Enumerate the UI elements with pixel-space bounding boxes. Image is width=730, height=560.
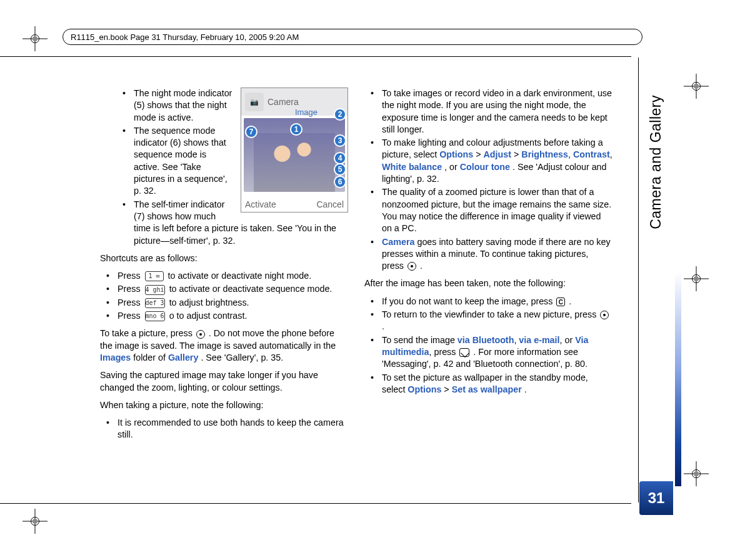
section-title: Camera and Gallery [646,95,666,229]
list-item: It is recommended to use both hands to k… [100,417,348,441]
registration-mark [26,512,44,530]
text: > [444,384,451,394]
text: , press [429,347,458,357]
link-camera: Camera [382,237,414,247]
list-item: To return to the viewfinder to take a ne… [364,309,612,333]
text: To take a picture, press [100,328,195,338]
indicator-list: The night mode indicator (5) shows that … [116,88,348,247]
paragraph: To take a picture, press . Do not move t… [100,328,348,364]
center-key-icon [408,262,416,271]
text: to adjust brightness. [169,298,249,308]
text: . [420,261,422,271]
text: . See 'Gallery', p. 35. [201,352,283,362]
list-item: To send the image via Bluetooth, via e-m… [364,334,612,371]
text: . [569,296,571,306]
text: . [382,321,384,331]
list-item: The quality of a zoomed picture is lower… [364,186,612,234]
key-6-icon: mno 6 [145,311,165,321]
link-via-bluetooth: via Bluetooth [458,335,514,345]
registration-mark [688,465,705,482]
text: Press [118,271,143,281]
list-item: If you do not want to keep the image, pr… [364,296,612,308]
link-options: Options [408,384,441,394]
text: Press [118,298,143,308]
list-item: Camera goes into battery saving mode if … [364,236,612,272]
text: To send the image [382,335,458,345]
link-set-as-wallpaper: Set as wallpaper [452,384,522,394]
page: R1115_en.book Page 31 Thursday, February… [0,0,730,560]
list-item: To set the picture as wallpaper in the s… [364,372,612,396]
link-options: Options [439,149,473,159]
link-gallery: Gallery [168,352,198,362]
key-3-icon: def 3 [145,298,165,308]
registration-mark [688,78,705,95]
key-1-icon: 1 ∞ [145,271,164,281]
text: If you do not want to keep the image, pr… [382,296,555,306]
center-key-icon [196,330,205,339]
text: folder of [133,352,168,362]
text: to activate or deactivate sequence mode. [169,284,332,294]
text: Press [118,311,143,321]
link-adjust: Adjust [484,149,511,159]
clear-key-icon: C [556,298,565,306]
text: > [514,149,521,159]
crop-rule-bottom [0,503,631,504]
text: . [524,384,527,394]
tips-list: It is recommended to use both hands to k… [100,417,348,441]
thumb-tab-gradient [675,58,681,486]
text: , [610,149,612,159]
text: , [568,149,573,159]
registration-mark [688,270,705,288]
list-item: To make lighting and colour adjustments … [364,137,612,185]
crop-header: R1115_en.book Page 31 Thursday, February… [62,29,642,45]
link-via-email: via e-mail [519,335,559,345]
sidebar: Camera and Gallery 31 [638,58,675,522]
list-item: The night mode indicator (5) shows that … [116,88,348,124]
shortcuts-list: Press 1 ∞ to activate or deactivate nigh… [100,270,348,322]
link-brightness: Brightness [521,149,568,159]
list-item: The self-timer indicator (7) shows how m… [116,199,348,247]
key-4-icon: 4 ghi [145,285,165,295]
page-number-box: 31 [639,481,673,515]
paragraph: Saving the captured image may take longe… [100,369,348,394]
text: To return to the viewfinder to take a ne… [382,309,599,319]
text: o to adjust contrast. [169,311,248,321]
link-contrast: Contrast [573,149,610,159]
list-item: To take images or record video in a dark… [364,88,612,136]
crop-rule-top [0,56,631,57]
pen-key-icon [459,348,469,357]
link-colour-tone: Colour tone [460,162,510,172]
page-number: 31 [648,488,665,508]
list-item: Press 1 ∞ to activate or deactivate nigh… [100,270,348,282]
list-item: Press mno 6 o to adjust contrast. [100,310,348,322]
text: to activate or deactivate night mode. [168,271,312,281]
list-item: Press 4 ghi to activate or deactivate se… [100,283,348,295]
link-images: Images [100,352,131,362]
paragraph: When taking a picture, note the followin… [100,399,348,411]
center-key-icon [600,311,609,319]
shortcuts-intro: Shortcuts are as follows: [100,252,348,264]
after-list: If you do not want to keep the image, pr… [364,296,612,396]
registration-mark [26,30,44,48]
tips-list-continued: To take images or record video in a dark… [364,88,612,272]
body-content: 📷 Camera Image Activate Cancel 1 2 3 4 5… [100,88,612,491]
after-intro: After the image has been taken, note the… [364,278,612,289]
text: Press [118,284,143,294]
text: , or [444,162,460,172]
text: > [476,149,483,159]
link-white-balance: White balance [382,162,444,172]
list-item: The sequence mode indicator (6) shows th… [116,125,348,198]
text: , or [560,335,576,345]
list-item: Press def 3 to adjust brightness. [100,297,348,309]
